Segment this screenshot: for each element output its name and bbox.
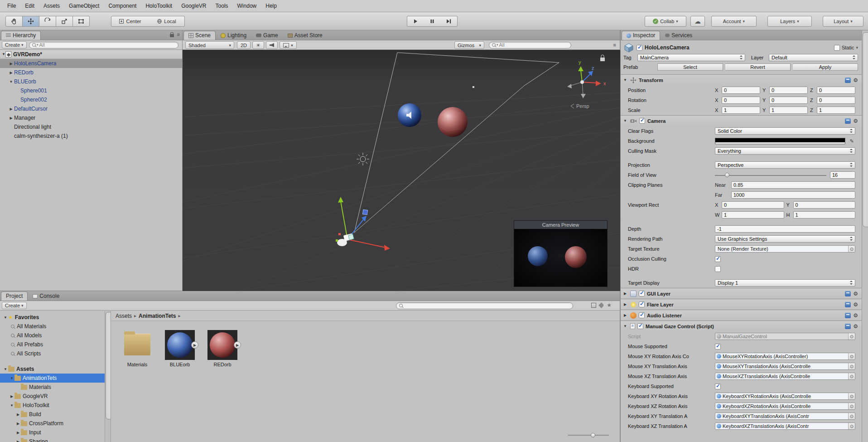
foldout-arrow[interactable]: ▶ [15, 422, 21, 426]
account-dropdown[interactable]: Account ▾ [711, 16, 757, 27]
folder-item[interactable]: ▼ AnimationTets [0, 374, 111, 383]
window-scrollbar[interactable] [862, 30, 868, 442]
help-icon[interactable] [845, 313, 851, 318]
hierarchy-item[interactable]: calm-synthesizer-a (1) [0, 131, 182, 141]
foldout-arrow[interactable]: ▶ [9, 394, 14, 398]
tab-hierarchy[interactable]: Hierarchy [1, 31, 41, 40]
component-header[interactable]: ▶ Audio Listener ⚙ [621, 310, 862, 321]
saved-search-icon[interactable]: ★ [607, 302, 612, 308]
manual-gaze-control-header[interactable]: ▼ Manual Gaze Control (Script) ⚙ [621, 321, 862, 331]
script-field[interactable]: ManualGazeControl ⊙ [715, 333, 855, 340]
hierarchy-item[interactable]: ▶ REDorb [0, 68, 182, 77]
menu-item[interactable]: Help [261, 0, 281, 12]
cloud-button[interactable]: ☁ [690, 16, 705, 27]
menu-item[interactable]: HoloToolkit [141, 0, 177, 12]
foldout-arrow[interactable]: ▼ [9, 403, 14, 408]
scrollbar-thumb[interactable] [106, 312, 111, 419]
lock-icon[interactable] [170, 34, 174, 37]
menu-item[interactable]: File [3, 0, 20, 12]
gear-icon[interactable]: ⚙ [853, 78, 858, 83]
component-enabled-checkbox[interactable] [639, 118, 645, 124]
foldout-arrow[interactable]: ▶ [8, 116, 14, 120]
prefab-revert-button[interactable]: Revert [725, 63, 791, 71]
prefab-expand-badge[interactable]: ▶ [191, 341, 198, 349]
property-checkbox[interactable] [715, 344, 721, 350]
object-field[interactable]: KeyboardXYRotationAxis (AxisControlle ⊙ [715, 393, 855, 400]
viewport-w-field[interactable]: 1 [722, 211, 784, 219]
static-toggle[interactable]: Static ▾ [834, 45, 858, 51]
z-field[interactable]: 1 [817, 107, 855, 114]
hierarchy-item[interactable]: Directional light [0, 122, 182, 131]
foldout-arrow[interactable]: ▶ [8, 71, 14, 75]
target-display-dropdown[interactable]: Display 1 [715, 279, 855, 287]
directional-light-gizmo[interactable] [357, 153, 369, 165]
hierarchy-item[interactable]: Sphere002 [0, 95, 182, 104]
hierarchy-search-input[interactable]: ▾ All [29, 42, 178, 49]
object-field[interactable]: MouseXZTranslationAxis (AxisControlle ⊙ [715, 373, 855, 380]
occlusion-culling-checkbox[interactable] [715, 256, 721, 262]
folder-item[interactable]: ▶ Input [0, 428, 111, 437]
scene-view-tab[interactable]: Scene [183, 31, 216, 40]
gear-icon[interactable]: ⚙ [853, 291, 858, 296]
object-picker-icon[interactable]: ⊙ [848, 413, 855, 419]
search-by-label-icon[interactable] [598, 302, 604, 308]
background-color-swatch[interactable] [715, 138, 845, 144]
menu-item[interactable]: Component [104, 0, 141, 12]
hierarchy-item[interactable]: ▼ BLUEorb [0, 77, 182, 86]
gameobject-name-field[interactable]: HoloLensCamera [645, 44, 832, 51]
shading-mode-dropdown[interactable]: Shaded ▾ [185, 41, 234, 49]
foldout-arrow[interactable]: ▶ [622, 313, 628, 317]
foldout-arrow[interactable]: ▶ [8, 62, 14, 66]
layout-dropdown[interactable]: Layout ▾ [823, 16, 863, 27]
scene-effects-dropdown[interactable]: ▾ [280, 41, 297, 49]
folder-item[interactable]: ▶ GoogleVR [0, 392, 111, 401]
project-area-tab[interactable]: Console [28, 291, 64, 301]
layer-dropdown[interactable]: Default [769, 54, 858, 61]
step-button[interactable] [440, 16, 458, 27]
x-field[interactable]: 0 [722, 97, 760, 104]
viewport-y-field[interactable]: 0 [793, 201, 856, 209]
near-clip-field[interactable]: 0.85 [731, 181, 855, 189]
foldout-arrow[interactable]: ▶ [622, 302, 628, 306]
culling-mask-dropdown[interactable]: Everything [715, 147, 855, 155]
favorite-item[interactable]: All Prefabs [0, 340, 111, 349]
folder-item[interactable]: Materials [0, 383, 111, 392]
fov-slider[interactable] [715, 171, 826, 179]
viewport-x-field[interactable]: 0 [722, 201, 784, 209]
favorite-item[interactable]: All Materials [0, 322, 111, 331]
foldout-arrow[interactable]: ▶ [15, 413, 21, 417]
help-icon[interactable] [845, 324, 851, 329]
help-icon[interactable] [845, 78, 851, 83]
favorite-item[interactable]: All Models [0, 331, 111, 340]
hierarchy-item[interactable]: ▶ HoloLensCamera [0, 59, 182, 68]
scene-view-tab[interactable]: Game [251, 31, 283, 40]
folder-item[interactable]: ▶ Sharing [0, 437, 111, 442]
prefab-expand-badge[interactable]: ▶ [234, 341, 241, 349]
scene-header-row[interactable]: ▼ GVRDemo* [0, 50, 182, 59]
x-field[interactable]: 0 [722, 87, 760, 94]
favorite-item[interactable]: All Scripts [0, 349, 111, 358]
camera-gizmo[interactable] [336, 197, 390, 251]
hierarchy-item[interactable]: ▶ Manager [0, 113, 182, 122]
menu-item[interactable]: Edit [20, 0, 39, 12]
object-field[interactable]: MouseXYTranslationAxis (AxisControlle ⊙ [715, 363, 855, 370]
local-global-button[interactable]: Local [149, 16, 185, 27]
hierarchy-item[interactable]: ▶ DefaultCursor [0, 104, 182, 113]
scene-audio-toggle[interactable] [266, 41, 278, 49]
move-tool-button[interactable] [22, 16, 39, 27]
rect-tool-button[interactable] [72, 16, 90, 27]
pause-button[interactable] [424, 16, 441, 27]
2d-toggle-button[interactable]: 2D [237, 41, 251, 49]
menu-item[interactable]: Assets [39, 0, 64, 12]
inspector-area-tab[interactable]: Services [661, 31, 697, 40]
hdr-checkbox[interactable] [715, 266, 721, 272]
scene-viewport[interactable]: y z x Persp Camera Preview [183, 50, 620, 291]
object-picker-icon[interactable]: ⊙ [848, 373, 855, 379]
static-checkbox[interactable] [834, 45, 840, 51]
hierarchy-create-button[interactable]: Create ▾ [2, 41, 27, 49]
panel-menu-icon[interactable]: ≡ [177, 32, 180, 37]
asset-item[interactable]: ▶ REDorb [203, 330, 242, 367]
prefab-select-button[interactable]: Select [657, 63, 723, 71]
asset-item[interactable]: ▶ BLUEorb [160, 330, 199, 367]
y-field[interactable]: 1 [769, 107, 808, 114]
